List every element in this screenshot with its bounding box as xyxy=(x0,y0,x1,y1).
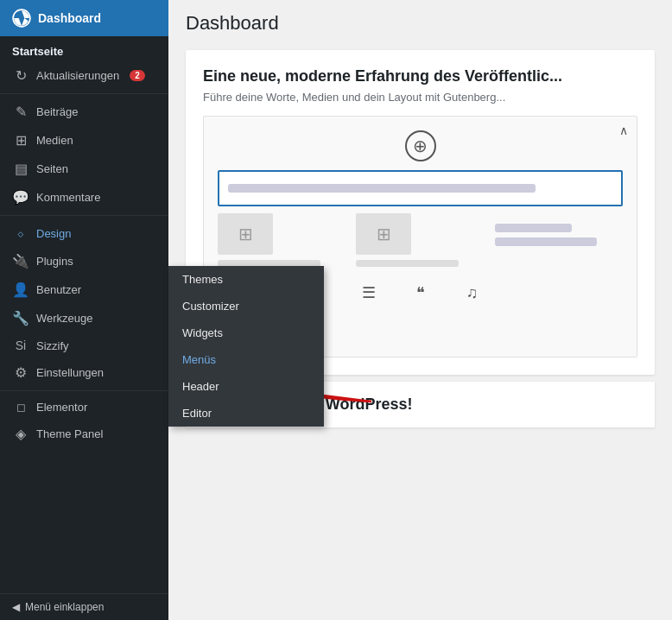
page-title: Dashboard xyxy=(186,12,655,35)
design-submenu: Themes Customizer Widgets Menüs Header E… xyxy=(168,266,324,427)
block-preview xyxy=(218,170,623,206)
sidebar-title: Dashboard xyxy=(38,11,101,25)
image-row: ⊞ ⊞ xyxy=(218,213,623,267)
sidebar-item-einstellungen[interactable]: ⚙ Einstellungen xyxy=(0,358,168,387)
design-icon: ⬦ xyxy=(12,225,29,241)
sizzify-icon: Si xyxy=(12,338,29,352)
beitraege-icon: ✎ xyxy=(12,104,29,120)
submenu-widgets[interactable]: Widgets xyxy=(168,319,324,346)
submenu-customizer[interactable]: Customizer xyxy=(168,293,324,319)
submenu-editor[interactable]: Editor xyxy=(168,400,324,427)
chevron-up-icon[interactable]: ∧ xyxy=(619,123,628,137)
wordpress-logo-icon xyxy=(12,9,31,28)
theme-panel-icon: ◈ xyxy=(12,426,29,442)
sidebar-item-seiten[interactable]: ▤ Seiten xyxy=(0,155,168,183)
sidebar-divider xyxy=(0,93,168,94)
submenu-menues[interactable]: Menüs xyxy=(168,346,324,373)
sidebar-header[interactable]: Dashboard xyxy=(0,0,168,36)
werkzeuge-icon: 🔧 xyxy=(12,310,29,326)
block-bar-1 xyxy=(228,184,536,193)
sidebar-item-design[interactable]: ⬦ Design xyxy=(0,219,168,247)
card-heading: Eine neue, moderne Erfahrung des Veröffe… xyxy=(203,67,637,85)
add-block-button[interactable]: ⊕ xyxy=(405,130,436,161)
einstellungen-icon: ⚙ xyxy=(12,364,29,381)
sidebar-item-sizzify[interactable]: Si Sizzify xyxy=(0,332,168,358)
sidebar-item-plugins[interactable]: 🔌 Plugins xyxy=(0,247,168,275)
collapse-menu[interactable]: ◀ Menü einklappen xyxy=(0,593,168,620)
sidebar-divider-2 xyxy=(0,215,168,216)
quote-icon[interactable]: ❝ xyxy=(405,277,436,308)
sidebar-section-main: Startseite xyxy=(0,36,168,61)
sidebar: Dashboard Startseite ↻ Aktualisierungen … xyxy=(0,0,168,620)
image-placeholder-1: ⊞ xyxy=(218,213,273,255)
plugins-icon: 🔌 xyxy=(12,253,29,269)
image-placeholder-2: ⊞ xyxy=(356,213,411,255)
img-sub-2 xyxy=(356,260,459,267)
block-bar-2 xyxy=(495,224,572,232)
main-header: Dashboard xyxy=(168,0,672,43)
sidebar-item-benutzer[interactable]: 👤 Benutzer xyxy=(0,275,168,304)
aktualisierungen-icon: ↻ xyxy=(12,67,29,84)
collapse-icon: ◀ xyxy=(12,601,20,613)
sidebar-item-medien[interactable]: ⊞ Medien xyxy=(0,126,168,155)
submenu-themes[interactable]: Themes xyxy=(168,266,324,293)
list-icon[interactable]: ☰ xyxy=(353,277,384,308)
sidebar-item-werkzeuge[interactable]: 🔧 Werkzeuge xyxy=(0,304,168,332)
card-subtext: Führe deine Worte, Medien und dein Layou… xyxy=(203,91,637,104)
seiten-icon: ▤ xyxy=(12,161,29,177)
block-bar-3 xyxy=(495,237,598,246)
sidebar-item-aktualisierungen[interactable]: ↻ Aktualisierungen 2 xyxy=(0,61,168,90)
sidebar-item-beitraege[interactable]: ✎ Beiträge xyxy=(0,98,168,126)
benutzer-icon: 👤 xyxy=(12,282,29,298)
kommentare-icon: 💬 xyxy=(12,189,29,206)
sidebar-item-elementor[interactable]: ◻ Elementor xyxy=(0,395,168,420)
aktualisierungen-badge: 2 xyxy=(130,70,145,81)
sidebar-item-kommentare[interactable]: 💬 Kommentare xyxy=(0,183,168,212)
medien-icon: ⊞ xyxy=(12,132,29,149)
sidebar-divider-3 xyxy=(0,390,168,391)
music-icon[interactable]: ♫ xyxy=(457,277,488,308)
submenu-header[interactable]: Header xyxy=(168,373,324,400)
elementor-icon: ◻ xyxy=(12,401,29,414)
sidebar-item-theme-panel[interactable]: ◈ Theme Panel xyxy=(0,420,168,448)
